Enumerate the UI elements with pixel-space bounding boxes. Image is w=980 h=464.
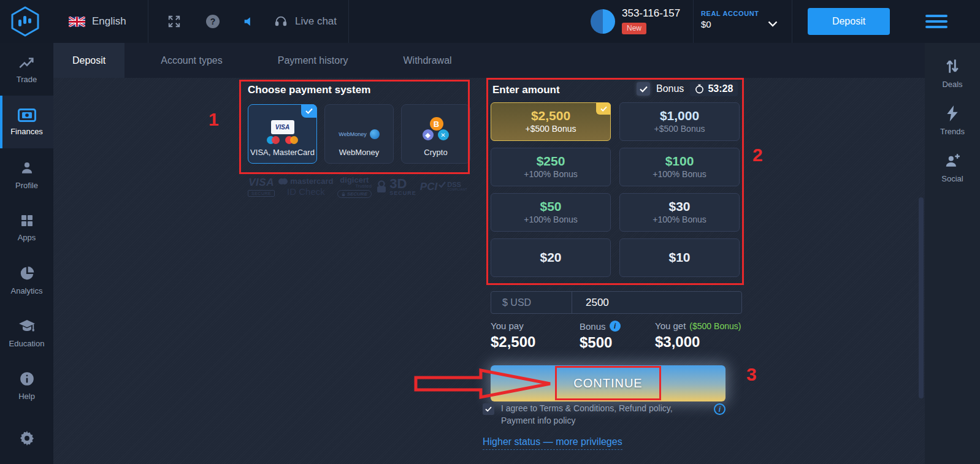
help-question-icon[interactable]: ? bbox=[206, 15, 220, 28]
divider bbox=[693, 0, 694, 43]
check-icon bbox=[640, 86, 648, 93]
sidebar-item-label: Trade bbox=[17, 75, 37, 84]
check-icon bbox=[438, 181, 446, 188]
live-chat-button[interactable]: Live chat bbox=[274, 0, 337, 43]
amount-option-10[interactable]: $10 bbox=[619, 238, 740, 277]
mastercard-maestro-logos bbox=[267, 136, 298, 144]
webmoney-logo: WebMoney bbox=[339, 129, 379, 139]
deposit-summary: You pay $2,500 Bonus i $500 You get ($50… bbox=[491, 321, 743, 354]
selected-check-icon bbox=[301, 104, 317, 118]
currency-selector[interactable]: $ USD bbox=[491, 292, 572, 313]
finances-icon bbox=[18, 108, 36, 122]
amount-input[interactable] bbox=[572, 292, 741, 313]
divider bbox=[348, 0, 349, 43]
bonus-checkbox[interactable] bbox=[637, 82, 650, 96]
amount-option-50[interactable]: $50 +100% Bonus bbox=[491, 193, 611, 232]
education-cap-icon bbox=[18, 318, 36, 334]
uk-flag-icon bbox=[69, 17, 85, 27]
sidebar-item-settings[interactable] bbox=[0, 412, 53, 464]
language-selector[interactable]: English bbox=[69, 0, 126, 43]
divider bbox=[792, 0, 792, 43]
account-type-selector[interactable]: REAL ACCOUNT $0 bbox=[701, 10, 759, 29]
bonus-summary-label: Bonus bbox=[580, 321, 606, 332]
amount-option-1000[interactable]: $1,000 +$500 Bonus bbox=[619, 102, 740, 141]
sidebar-item-help[interactable]: Help bbox=[0, 359, 53, 412]
ripple-icon: ✕ bbox=[438, 129, 449, 140]
bonus-info-icon[interactable]: i bbox=[610, 321, 621, 332]
3d-secure-badge: 3D SECURE bbox=[375, 177, 416, 196]
bonus-timer: 53:28 bbox=[690, 82, 738, 96]
sidebar-item-finances[interactable]: Finances bbox=[0, 96, 53, 148]
lock-icon bbox=[375, 180, 388, 194]
deals-arrows-icon bbox=[944, 58, 960, 75]
mastercard-idcheck-badge: mastercard ID Check bbox=[278, 177, 333, 197]
sidebar-item-analytics[interactable]: Analytics bbox=[0, 254, 53, 306]
you-get-value: $3,000 bbox=[655, 333, 741, 351]
amount-option-100[interactable]: $100 +100% Bonus bbox=[619, 148, 740, 186]
info-circle-icon bbox=[19, 371, 35, 387]
menu-icon[interactable] bbox=[925, 15, 947, 28]
amount-option-20[interactable]: $20 bbox=[491, 238, 611, 277]
sidebar-item-label: Trends bbox=[940, 127, 965, 136]
terms-agreement: I agree to Terms & Conditions, Refund po… bbox=[483, 403, 725, 427]
sidebar-item-trends[interactable]: Trends bbox=[940, 105, 965, 136]
sidebar-item-label: Social bbox=[941, 174, 963, 183]
tab-deposit[interactable]: Deposit bbox=[53, 43, 124, 78]
webmoney-globe-icon bbox=[370, 129, 380, 139]
sidebar-item-deals[interactable]: Deals bbox=[942, 58, 962, 89]
amount-input-group: $ USD bbox=[491, 291, 742, 314]
amount-option-30[interactable]: $30 +100% Bonus bbox=[619, 193, 740, 232]
terms-text[interactable]: I agree to Terms & Conditions, Refund po… bbox=[501, 403, 702, 427]
enter-amount-title: Enter amount bbox=[492, 84, 560, 96]
bitcoin-icon: B bbox=[430, 117, 443, 131]
account-type-label: REAL ACCOUNT bbox=[701, 10, 759, 17]
payment-method-crypto[interactable]: B ◆ ✕ Crypto bbox=[401, 104, 470, 164]
payment-method-visa-mastercard[interactable]: VISA VISA, MasterCard bbox=[248, 104, 317, 164]
higher-status-link[interactable]: Higher status — more privileges bbox=[483, 436, 622, 450]
language-label: English bbox=[92, 15, 126, 28]
finance-tabs: Deposit Account types Payment history Wi… bbox=[53, 43, 925, 78]
tab-withdrawal[interactable]: Withdrawal bbox=[384, 43, 470, 78]
sidebar-item-social[interactable]: Social bbox=[941, 152, 963, 183]
stopwatch-icon bbox=[695, 84, 704, 94]
security-trust-badges: VISA SECURE mastercard ID Check digicert… bbox=[248, 175, 467, 198]
deposit-button[interactable]: Deposit bbox=[808, 8, 890, 35]
analytics-pie-icon bbox=[19, 265, 35, 281]
payment-method-webmoney[interactable]: WebMoney WebMoney bbox=[324, 104, 394, 164]
scrollbar-thumb[interactable] bbox=[919, 197, 924, 398]
sidebar-item-apps[interactable]: Apps bbox=[0, 201, 53, 254]
account-balance: $0 bbox=[701, 19, 759, 29]
visa-secure-badge: VISA SECURE bbox=[248, 177, 275, 197]
avatar[interactable] bbox=[591, 9, 615, 34]
bonus-controls: Bonus 53:28 bbox=[637, 82, 738, 96]
continue-button[interactable]: CONTINUE bbox=[491, 365, 725, 401]
lock-icon bbox=[342, 192, 345, 197]
sound-icon[interactable] bbox=[242, 0, 256, 43]
new-status-badge: New bbox=[622, 23, 646, 34]
digicert-badge: digicert Trusted SECURE bbox=[337, 175, 372, 198]
chevron-down-icon[interactable] bbox=[768, 18, 778, 29]
tab-payment-history[interactable]: Payment history bbox=[259, 43, 367, 78]
profile-icon bbox=[19, 160, 35, 176]
agree-checkbox[interactable] bbox=[483, 403, 494, 415]
account-id: 353-116-157 bbox=[622, 7, 680, 20]
sidebar-item-education[interactable]: Education bbox=[0, 306, 53, 359]
tab-account-types[interactable]: Account types bbox=[142, 43, 242, 78]
amount-option-2500[interactable]: $2,500 +$500 Bonus bbox=[491, 102, 611, 141]
choose-payment-title: Choose payment system bbox=[248, 84, 370, 96]
you-pay-value: $2,500 bbox=[491, 333, 535, 351]
app-logo-icon[interactable] bbox=[10, 6, 40, 37]
crypto-coins-logo: B ◆ ✕ bbox=[421, 117, 451, 142]
sidebar-item-trade[interactable]: Trade bbox=[0, 43, 53, 96]
trade-icon bbox=[18, 55, 36, 70]
amount-options-grid: $2,500 +$500 Bonus $1,000 +$500 Bonus $2… bbox=[491, 102, 740, 277]
timer-value: 53:28 bbox=[708, 83, 733, 94]
divider bbox=[148, 0, 148, 43]
terms-info-icon[interactable]: i bbox=[714, 403, 725, 415]
check-icon bbox=[485, 406, 492, 412]
sidebar-item-profile[interactable]: Profile bbox=[0, 148, 53, 201]
you-get-bonus-note: ($500 Bonus) bbox=[689, 321, 741, 331]
fullscreen-icon[interactable] bbox=[167, 0, 182, 43]
amount-option-250[interactable]: $250 +100% Bonus bbox=[491, 148, 611, 186]
live-chat-label: Live chat bbox=[295, 15, 337, 28]
